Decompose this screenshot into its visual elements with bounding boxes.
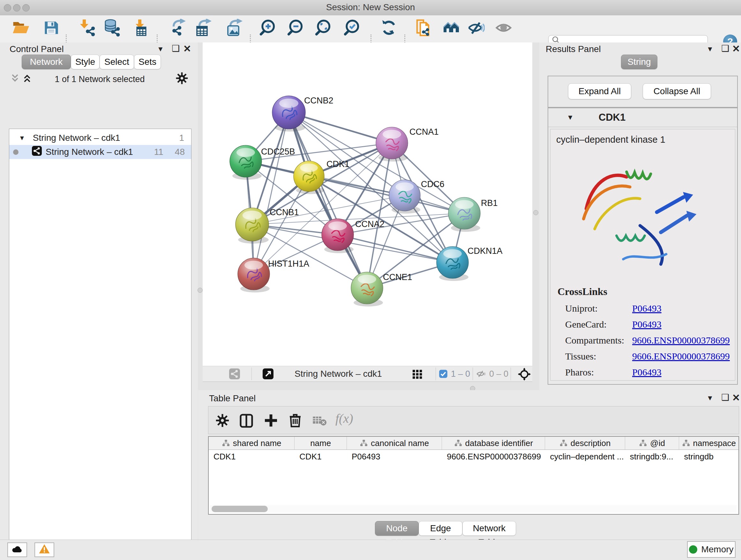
- panel-close-icon[interactable]: ✕: [732, 43, 740, 54]
- home-button[interactable]: [442, 19, 461, 38]
- left-splitter-handle[interactable]: [198, 288, 203, 293]
- zoom-selected-button[interactable]: [342, 19, 361, 38]
- tab-style[interactable]: Style: [71, 55, 99, 69]
- open-session-button[interactable]: [11, 19, 30, 38]
- collapse-all-networks-icon[interactable]: [10, 73, 20, 85]
- statusbar-separator: [435, 368, 436, 380]
- import-table-button[interactable]: [131, 19, 149, 38]
- hidden-eye-slash-icon[interactable]: [476, 369, 486, 381]
- tab-select[interactable]: Select: [99, 55, 134, 69]
- tab-string[interactable]: String: [621, 55, 657, 69]
- save-session-button[interactable]: [42, 19, 60, 38]
- show-eye-button[interactable]: [494, 19, 513, 38]
- panel-float-icon[interactable]: ▼: [706, 394, 714, 402]
- memory-button[interactable]: Memory: [687, 541, 736, 558]
- column-label: canonical name: [371, 438, 429, 448]
- import-network-from-database-button[interactable]: [103, 19, 121, 38]
- memory-status-dot: [689, 545, 697, 554]
- main-toolbar: ?: [0, 15, 741, 43]
- crosslink-link[interactable]: P06493: [632, 367, 662, 378]
- close-window-button[interactable]: [4, 4, 11, 11]
- selected-checkbox-icon[interactable]: [439, 369, 448, 381]
- crosslinks-list: Uniprot:P06493 GeneCard:P06493 Compartme…: [565, 300, 731, 380]
- show-columns-icon[interactable]: [239, 413, 254, 430]
- crosslink-link[interactable]: P06493: [632, 319, 662, 330]
- apply-layout-button[interactable]: [380, 19, 398, 38]
- tab-network[interactable]: Network: [22, 55, 71, 69]
- open-in-window-icon[interactable]: [263, 368, 273, 381]
- cloud-button[interactable]: [7, 543, 27, 557]
- warnings-button[interactable]: [35, 543, 54, 557]
- warning-triangle-icon: [39, 544, 50, 556]
- column-header[interactable]: namespace: [679, 437, 738, 449]
- crosslink-link[interactable]: 9606.ENSP00000378699: [632, 335, 730, 346]
- network-row[interactable]: String Network – cdk1 11 48: [9, 145, 191, 159]
- delete-columns-trash-icon[interactable]: [287, 413, 303, 430]
- memory-label: Memory: [701, 544, 733, 555]
- zoom-out-icon: [286, 19, 304, 39]
- network-edge[interactable]: [254, 112, 289, 274]
- cloud-icon: [11, 544, 23, 556]
- tab-network-table[interactable]: Network Table: [462, 521, 516, 536]
- panel-close-icon[interactable]: ✕: [732, 392, 740, 403]
- minimize-window-button[interactable]: [13, 4, 20, 11]
- table-horizontal-scrollbar[interactable]: [210, 505, 737, 513]
- panel-undock-icon[interactable]: ❑: [721, 392, 729, 402]
- column-label: shared name: [233, 438, 281, 448]
- column-header[interactable]: database identifier: [442, 437, 545, 449]
- collapse-all-button[interactable]: Collapse All: [643, 83, 711, 99]
- crosslink-link[interactable]: P06493: [632, 303, 662, 314]
- grid-view-icon[interactable]: [412, 369, 423, 381]
- hide-eye-button[interactable]: [467, 19, 485, 38]
- table-mode-gear-icon[interactable]: [215, 414, 229, 430]
- column-header[interactable]: name: [294, 437, 347, 449]
- network-row-label: String Network – cdk1: [46, 147, 133, 157]
- results-buttons-box: Expand All Collapse All: [548, 76, 738, 108]
- maximize-window-button[interactable]: [22, 4, 30, 11]
- collapse-triangle-icon[interactable]: ▼: [567, 113, 574, 122]
- column-header[interactable]: canonical name: [347, 437, 442, 449]
- column-header[interactable]: description: [545, 437, 625, 449]
- fit-selected-crosshair-icon[interactable]: [518, 368, 531, 383]
- window-title: Session: New Session: [0, 0, 741, 15]
- expand-all-button[interactable]: Expand All: [568, 83, 631, 99]
- scrollbar-thumb[interactable]: [212, 506, 268, 512]
- zoom-out-button[interactable]: [286, 19, 305, 38]
- gene-header-row[interactable]: ▼ CDK1: [548, 108, 737, 127]
- delete-table-icon[interactable]: [313, 415, 327, 428]
- houses-icon: [442, 19, 460, 39]
- expand-all-networks-icon[interactable]: [22, 73, 32, 85]
- import-network-button[interactable]: [78, 19, 96, 38]
- panel-undock-icon[interactable]: ❑: [721, 43, 729, 54]
- column-header[interactable]: shared name: [209, 437, 294, 449]
- table-row[interactable]: CDK1 CDK1 P06493 9606.ENSP00000378699 cy…: [209, 450, 738, 463]
- crosslink-link[interactable]: 9606.ENSP00000378699: [632, 351, 730, 362]
- panel-float-icon[interactable]: ▼: [706, 45, 714, 53]
- zoom-fit-button[interactable]: [314, 19, 332, 38]
- network-canvas[interactable]: CCNB2CCNA1CDC25BCDK1CDC6RB1CCNB1CCNA2CDK…: [203, 43, 532, 366]
- node-table: shared name name canonical name database…: [208, 436, 739, 515]
- export-image-button[interactable]: [225, 19, 244, 38]
- collapse-triangle-icon[interactable]: ▼: [19, 134, 25, 142]
- right-splitter[interactable]: [532, 43, 539, 390]
- zoom-in-button[interactable]: [258, 19, 277, 38]
- network-collection-row[interactable]: ▼ String Network – cdk1 1: [9, 131, 191, 145]
- export-network-button[interactable]: [170, 19, 188, 38]
- tab-edge-table[interactable]: Edge Table: [419, 521, 462, 536]
- tab-sets[interactable]: Sets: [134, 55, 161, 69]
- panel-close-icon[interactable]: ✕: [183, 43, 191, 54]
- column-header[interactable]: @id: [625, 437, 679, 449]
- gear-icon[interactable]: [176, 72, 188, 87]
- export-table-button[interactable]: [194, 19, 212, 38]
- network-overview-icon[interactable]: [229, 368, 240, 381]
- clone-network-button[interactable]: [414, 19, 433, 38]
- cytoscape-window: Session: New Session: [0, 0, 741, 560]
- function-builder-icon[interactable]: f(x): [335, 411, 353, 426]
- column-label: name: [310, 438, 331, 448]
- right-splitter-handle[interactable]: [533, 210, 538, 215]
- tab-node-table[interactable]: Node Table: [375, 521, 419, 536]
- panel-float-icon[interactable]: ▼: [157, 45, 164, 53]
- create-column-plus-icon[interactable]: [263, 413, 279, 430]
- node-gloss: [396, 182, 414, 191]
- panel-undock-icon[interactable]: ❑: [172, 43, 180, 54]
